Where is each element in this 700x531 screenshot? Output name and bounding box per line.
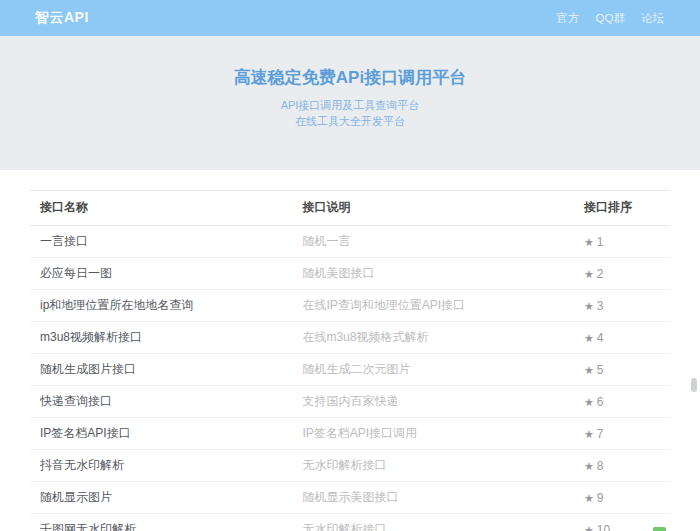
vertical-scrollbar-thumb[interactable]	[691, 378, 697, 392]
table-row[interactable]: m3u8视频解析接口 在线m3u8视频格式解析 ★4	[30, 322, 670, 354]
star-icon: ★	[584, 396, 594, 408]
bottom-right-cutoff-badge	[653, 527, 666, 531]
table-header-row: 接口名称 接口说明 接口排序	[30, 191, 670, 226]
api-table-section: 接口名称 接口说明 接口排序 一言接口 随机一言 ★1 必应每日一图 随机美图接…	[30, 190, 670, 531]
table-row[interactable]: 一言接口 随机一言 ★1	[30, 226, 670, 258]
api-order-cell: ★3	[574, 290, 670, 322]
api-order-cell: ★6	[574, 386, 670, 418]
api-name-link[interactable]: m3u8视频解析接口	[30, 322, 292, 354]
api-description: 支持国内百家快递	[292, 386, 574, 418]
order-number: 8	[597, 459, 604, 473]
table-row[interactable]: 随机生成图片接口 随机生成二次元图片 ★5	[30, 354, 670, 386]
nav-link-official[interactable]: 官方	[557, 11, 580, 26]
order-number: 3	[597, 299, 604, 313]
header-nav: 官方 QQ群 论坛	[557, 11, 664, 26]
top-navbar: 智云API 官方 QQ群 论坛	[0, 0, 700, 36]
star-icon: ★	[584, 236, 594, 248]
api-description: 在线IP查询和地理位置API接口	[292, 290, 574, 322]
order-number: 4	[597, 331, 604, 345]
hero-subtitle-2: 在线工具大全开发平台	[295, 114, 405, 130]
api-order-cell: ★5	[574, 354, 670, 386]
api-name-link[interactable]: 一言接口	[30, 226, 292, 258]
api-order-cell: ★7	[574, 418, 670, 450]
api-description: IP签名档API接口调用	[292, 418, 574, 450]
star-icon: ★	[584, 364, 594, 376]
api-order-cell: ★4	[574, 322, 670, 354]
api-name-link[interactable]: ip和地理位置所在地地名查询	[30, 290, 292, 322]
api-name-link[interactable]: 千图网无水印解析	[30, 514, 292, 531]
api-name-link[interactable]: 快递查询接口	[30, 386, 292, 418]
nav-link-qq-group[interactable]: QQ群	[596, 11, 625, 26]
order-number: 2	[597, 267, 604, 281]
api-description: 随机生成二次元图片	[292, 354, 574, 386]
api-order-cell: ★2	[574, 258, 670, 290]
table-row[interactable]: IP签名档API接口 IP签名档API接口调用 ★7	[30, 418, 670, 450]
nav-link-forum[interactable]: 论坛	[641, 11, 664, 26]
star-icon: ★	[584, 268, 594, 280]
hero-title: 高速稳定免费APi接口调用平台	[234, 66, 466, 89]
star-icon: ★	[584, 524, 594, 531]
table-row[interactable]: 随机显示图片 随机显示美图接口 ★9	[30, 482, 670, 514]
table-row[interactable]: 快递查询接口 支持国内百家快递 ★6	[30, 386, 670, 418]
star-icon: ★	[584, 428, 594, 440]
api-description: 随机显示美图接口	[292, 482, 574, 514]
api-table-body: 一言接口 随机一言 ★1 必应每日一图 随机美图接口 ★2 ip和地理位置所在地…	[30, 226, 670, 531]
api-name-link[interactable]: 随机显示图片	[30, 482, 292, 514]
order-number: 10	[597, 523, 610, 531]
api-table: 接口名称 接口说明 接口排序 一言接口 随机一言 ★1 必应每日一图 随机美图接…	[30, 190, 670, 531]
api-description: 无水印解析接口	[292, 450, 574, 482]
table-row[interactable]: 必应每日一图 随机美图接口 ★2	[30, 258, 670, 290]
api-order-cell: ★9	[574, 482, 670, 514]
api-name-link[interactable]: 必应每日一图	[30, 258, 292, 290]
hero-subtitle-1: API接口调用及工具查询平台	[281, 98, 420, 114]
order-number: 5	[597, 363, 604, 377]
api-name-link[interactable]: 抖音无水印解析	[30, 450, 292, 482]
logo[interactable]: 智云API	[35, 9, 89, 27]
order-number: 6	[597, 395, 604, 409]
column-header-desc: 接口说明	[292, 191, 574, 226]
column-header-name: 接口名称	[30, 191, 292, 226]
table-row[interactable]: 抖音无水印解析 无水印解析接口 ★8	[30, 450, 670, 482]
order-number: 1	[597, 235, 604, 249]
star-icon: ★	[584, 332, 594, 344]
api-description: 无水印解析接口	[292, 514, 574, 531]
hero-banner: 高速稳定免费APi接口调用平台 API接口调用及工具查询平台 在线工具大全开发平…	[0, 36, 700, 170]
star-icon: ★	[584, 460, 594, 472]
star-icon: ★	[584, 300, 594, 312]
star-icon: ★	[584, 492, 594, 504]
api-order-cell: ★1	[574, 226, 670, 258]
table-row[interactable]: ip和地理位置所在地地名查询 在线IP查询和地理位置API接口 ★3	[30, 290, 670, 322]
api-order-cell: ★8	[574, 450, 670, 482]
api-name-link[interactable]: IP签名档API接口	[30, 418, 292, 450]
table-row[interactable]: 千图网无水印解析 无水印解析接口 ★10	[30, 514, 670, 531]
api-description: 在线m3u8视频格式解析	[292, 322, 574, 354]
column-header-order: 接口排序	[574, 191, 670, 226]
api-name-link[interactable]: 随机生成图片接口	[30, 354, 292, 386]
order-number: 9	[597, 491, 604, 505]
api-description: 随机一言	[292, 226, 574, 258]
api-description: 随机美图接口	[292, 258, 574, 290]
order-number: 7	[597, 427, 604, 441]
